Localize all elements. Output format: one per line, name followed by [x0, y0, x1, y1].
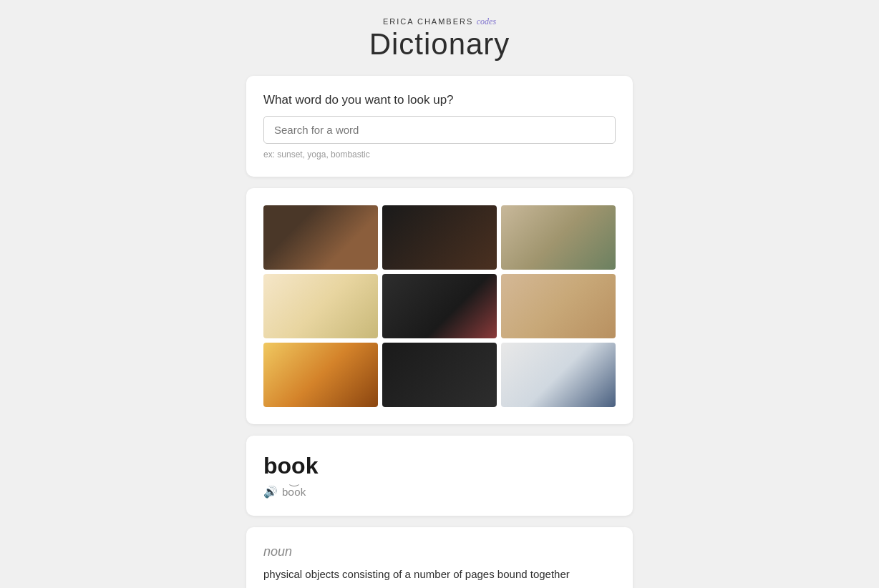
grid-image-3 [501, 205, 616, 270]
word-card: book 🔊 bo͝ok [246, 436, 633, 516]
image-grid [263, 205, 616, 407]
brand-line: ERICA CHAMBERS codes [369, 14, 510, 27]
definition-text: physical objects consisting of a number … [263, 567, 616, 583]
page-header: ERICA CHAMBERS codes Dictionary [369, 14, 510, 62]
grid-image-5 [382, 274, 497, 338]
grid-image-1 [263, 205, 378, 270]
speaker-icon[interactable]: 🔊 [263, 485, 278, 499]
grid-image-6 [501, 274, 616, 338]
image-grid-card [246, 188, 633, 424]
grid-image-9 [501, 343, 616, 407]
brand-name: ERICA CHAMBERS [383, 17, 473, 26]
search-card: What word do you want to look up? ex: su… [246, 76, 633, 177]
search-input[interactable] [263, 116, 616, 144]
word-display: book [263, 453, 616, 479]
grid-image-7 [263, 343, 378, 407]
pronunciation-line: 🔊 bo͝ok [263, 485, 616, 499]
pronunciation-text: bo͝ok [282, 486, 306, 499]
part-of-speech: noun [263, 544, 616, 559]
grid-image-8 [382, 343, 497, 407]
grid-image-2 [382, 205, 497, 270]
grid-image-4 [263, 274, 378, 338]
search-label: What word do you want to look up? [263, 93, 616, 107]
page-title: Dictionary [369, 27, 510, 62]
search-hint: ex: sunset, yoga, bombastic [263, 150, 616, 160]
brand-codes: codes [477, 16, 496, 26]
definition-card: noun physical objects consisting of a nu… [246, 527, 633, 588]
